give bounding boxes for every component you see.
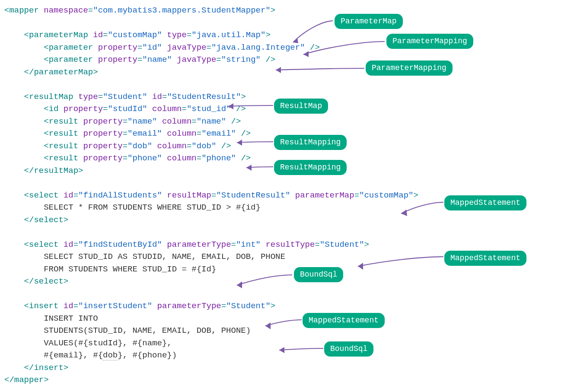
badge-resultmapping-2: ResultMapping [274, 160, 347, 175]
badge-mappedstatement-1: MappedStatement [444, 195, 526, 210]
badge-mappedstatement-3: MappedStatement [303, 313, 385, 328]
badge-boundsql-2: BoundSql [324, 341, 373, 357]
badge-parametermap: ParameterMap [335, 14, 403, 29]
badge-resultmap: ResultMap [274, 99, 328, 114]
annotated-xml-canvas: <mapper namespace="com.mybatis3.mappers.… [4, 4, 570, 386]
badge-boundsql-1: BoundSql [294, 267, 343, 282]
badge-resultmapping-1: ResultMapping [274, 135, 347, 150]
badge-parametermapping-2: ParameterMapping [366, 61, 453, 76]
badge-parametermapping-1: ParameterMapping [386, 34, 473, 49]
badge-mappedstatement-2: MappedStatement [444, 251, 526, 266]
